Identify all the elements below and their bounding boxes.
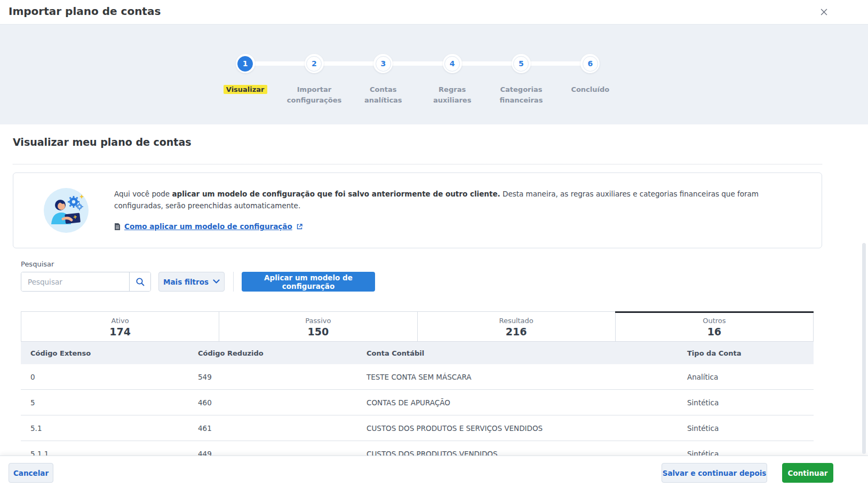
search-button[interactable] (129, 272, 150, 291)
step-4-label: Regras auxiliares (419, 84, 485, 106)
more-filters-label: Mais filtros (163, 278, 209, 286)
step-3-label: Contas analíticas (350, 84, 417, 106)
info-text-bold: aplicar um modelo de configuração que fo… (172, 190, 500, 198)
chevron-down-icon (213, 279, 220, 284)
step-2-circle[interactable]: 2 (305, 54, 324, 73)
step-regras-auxiliares: 4 Regras auxiliares (418, 54, 487, 106)
wizard-stepper: 1 Visualizar 2 Importar configurações 3 … (211, 54, 625, 118)
tab-outros[interactable]: Outros 16 (616, 312, 813, 341)
step-6-number: 6 (583, 56, 598, 72)
step-1-number: 1 (237, 56, 253, 72)
step-5-circle[interactable]: 5 (512, 54, 531, 73)
info-text-prefix: Aqui você pode (114, 190, 172, 198)
how-to-apply-template-link[interactable]: Como aplicar um modelo de configuração (124, 222, 292, 231)
stepper-band: 1 Visualizar 2 Importar configurações 3 … (0, 25, 868, 124)
tab-ativo[interactable]: Ativo 174 (21, 312, 219, 341)
step-contas-analiticas: 3 Contas analíticas (349, 54, 418, 106)
tab-resultado-count: 216 (418, 325, 615, 338)
cell-tipo-da-conta: Sintética (678, 398, 814, 407)
dotted-divider (13, 164, 822, 164)
section-title: Visualizar meu plano de contas (13, 136, 192, 148)
continue-button[interactable]: Continuar (782, 463, 833, 483)
cell-tipo-da-conta: Sintética (678, 450, 814, 456)
step-3-circle[interactable]: 3 (373, 54, 393, 73)
cell-conta-contabil: CONTAS DE APURAÇÃO (357, 398, 678, 407)
step-4-circle[interactable]: 4 (443, 54, 462, 73)
tab-ativo-label: Ativo (21, 316, 219, 325)
cell-codigo-reduzido: 549 (188, 373, 357, 381)
search-group (21, 272, 151, 292)
more-filters-button[interactable]: Mais filtros (158, 272, 225, 292)
vertical-scrollbar-thumb[interactable] (862, 243, 866, 454)
step-visualizar: 1 Visualizar (211, 54, 280, 106)
modal-header: Importar plano de contas (0, 0, 868, 25)
table-row: 0 549 TESTE CONTA SEM MÁSCARA Analítica (21, 364, 814, 390)
tab-outros-count: 16 (616, 325, 813, 338)
step-categorias-financeiras: 5 Categorias financeiras (487, 54, 555, 106)
cell-tipo-da-conta: Sintética (678, 424, 814, 433)
step-1-highlighted-text: Visualizar (224, 85, 267, 94)
step-1-label: Visualizar (224, 84, 267, 95)
main-content: Visualizar meu plano de contas (0, 124, 868, 455)
search-input[interactable] (21, 272, 129, 291)
tab-passivo-label: Passivo (219, 316, 417, 325)
modal-footer: Cancelar Salvar e continuar depois Conti… (0, 455, 868, 487)
tab-passivo-count: 150 (219, 325, 417, 338)
column-header-tipo-da-conta: Tipo da Conta (678, 349, 814, 357)
table-row: 5.1 461 CUSTOS DOS PRODUTOS E SERVIÇOS V… (21, 415, 814, 441)
tab-ativo-count: 174 (21, 325, 219, 338)
column-header-codigo-reduzido: Código Reduzido (188, 349, 357, 357)
cell-codigo-reduzido: 449 (188, 450, 357, 456)
cell-conta-contabil: CUSTOS DOS PRODUTOS VENDIDOS (357, 450, 678, 456)
step-concluido: 6 Concluído (556, 54, 625, 106)
cell-codigo-extenso: 5 (21, 398, 188, 407)
help-link-row: Como aplicar um modelo de configuração (114, 222, 303, 231)
tab-passivo[interactable]: Passivo 150 (219, 312, 417, 341)
step-1-circle[interactable]: 1 (236, 54, 255, 73)
import-chart-of-accounts-modal: Importar plano de contas 1 Visualizar 2 … (0, 0, 868, 487)
cell-codigo-extenso: 5.1 (21, 424, 188, 433)
cell-codigo-extenso: 5.1.1 (21, 450, 188, 456)
save-and-continue-later-button[interactable]: Salvar e continuar depois (662, 463, 767, 483)
column-header-conta-contabil: Conta Contábil (357, 349, 678, 357)
document-icon (114, 223, 121, 231)
close-icon[interactable] (818, 6, 830, 18)
config-template-info-box: Aqui você pode aplicar um modelo de conf… (13, 172, 822, 248)
step-3-number: 3 (376, 56, 391, 72)
info-paragraph: Aqui você pode aplicar um modelo de conf… (114, 188, 765, 211)
cancel-button[interactable]: Cancelar (9, 463, 53, 483)
table-row: 5 460 CONTAS DE APURAÇÃO Sintética (21, 390, 814, 415)
tab-resultado-label: Resultado (418, 316, 615, 325)
step-6-label: Concluído (571, 84, 609, 95)
toolbar-divider (233, 272, 234, 292)
account-type-tabs: Ativo 174 Passivo 150 Resultado 216 Outr… (21, 311, 814, 342)
cell-conta-contabil: TESTE CONTA SEM MÁSCARA (357, 373, 678, 381)
cell-codigo-reduzido: 461 (188, 424, 357, 433)
step-4-number: 4 (444, 56, 460, 72)
cell-conta-contabil: CUSTOS DOS PRODUTOS E SERVIÇOS VENDIDOS (357, 424, 678, 433)
tab-outros-label: Outros (616, 316, 813, 325)
step-importar-configuracoes: 2 Importar configurações (280, 54, 348, 106)
search-label: Pesquisar (21, 260, 54, 268)
step-5-label: Categorias financeiras (488, 84, 554, 106)
step-2-label: Importar configurações (281, 84, 347, 106)
tab-resultado[interactable]: Resultado 216 (418, 312, 616, 341)
cell-codigo-reduzido: 460 (188, 398, 357, 407)
apply-config-template-button[interactable]: Aplicar um modelo de configuração (242, 272, 375, 292)
search-icon (136, 277, 145, 287)
person-gears-illustration-icon (43, 187, 90, 234)
external-link-icon (296, 223, 303, 230)
table-header-row: Código Extenso Código Reduzido Conta Con… (21, 342, 814, 364)
column-header-codigo-extenso: Código Extenso (21, 349, 188, 357)
cell-tipo-da-conta: Analítica (678, 373, 814, 381)
step-5-number: 5 (513, 56, 529, 72)
modal-title: Importar plano de contas (9, 5, 161, 18)
step-2-number: 2 (306, 56, 322, 72)
cell-codigo-extenso: 0 (21, 373, 188, 381)
step-6-circle[interactable]: 6 (580, 54, 600, 73)
table-row-partially-visible: 5.1.1 449 CUSTOS DOS PRODUTOS VENDIDOS S… (21, 441, 814, 455)
